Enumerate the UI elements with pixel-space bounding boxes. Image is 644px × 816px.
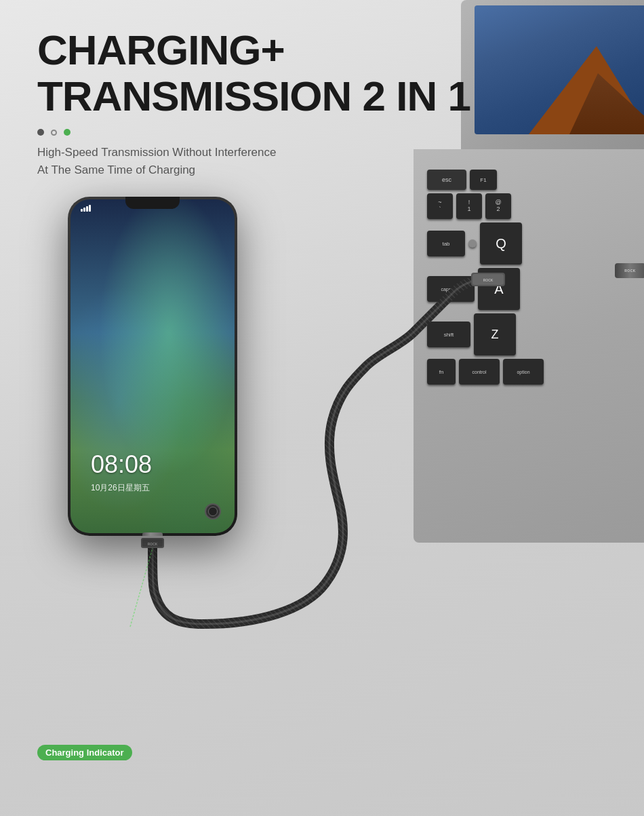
key-tab: tab [427, 231, 465, 256]
title-line1: CHARGING+ [37, 27, 470, 73]
phone-body: 08:08 10月26日星期五 ROCK [68, 197, 237, 536]
subtitle: High-Speed Transmission Without Interfer… [37, 144, 470, 178]
main-title: CHARGING+ TRANSMISSION 2 IN 1 [37, 27, 470, 119]
subtitle-line2: At The Same Time of Charging [37, 161, 470, 179]
svg-rect-3 [142, 539, 163, 547]
connector-brand-label: ROCK [624, 269, 636, 273]
title-line2: TRANSMISSION 2 IN 1 [37, 73, 470, 119]
keyboard-keys: esc F1 ~` !1 @2 tab [427, 170, 644, 385]
phone-date: 10月26日星期五 [91, 482, 150, 494]
key-row-6: fn control option [427, 359, 644, 385]
svg-text:ROCK: ROCK [148, 542, 158, 546]
key-row-3: tab Q [427, 222, 644, 265]
dot-3 [64, 129, 71, 136]
dot-1 [37, 129, 44, 136]
key-shift: shift [427, 322, 470, 347]
key-row-5: shift Z [427, 313, 644, 355]
svg-rect-2 [141, 538, 164, 548]
key-row-4: caps lock A [427, 268, 644, 310]
key-f1: F1 [470, 170, 497, 190]
laptop-usb-connector: ROCK [615, 263, 644, 278]
phone-time: 08:08 [91, 450, 152, 479]
key-fn: fn [427, 359, 456, 385]
laptop-keyboard-area: esc F1 ~` !1 @2 tab [414, 149, 644, 543]
key-tilde: ~` [427, 193, 453, 219]
key-caps-lock: caps lock [427, 276, 475, 302]
charging-indicator: Charging Indicator [37, 745, 132, 760]
header-text-area: CHARGING+ TRANSMISSION 2 IN 1 High-Speed… [37, 27, 470, 178]
screen-mountain [475, 39, 644, 134]
phone-signal-bars [81, 205, 91, 212]
key-a: A [478, 268, 520, 310]
subtitle-line1: High-Speed Transmission Without Interfer… [37, 144, 470, 161]
signal-bar-4 [89, 205, 91, 212]
charging-indicator-badge: Charging Indicator [37, 745, 132, 760]
laptop-screen-inner [475, 5, 644, 134]
page-container: CHARGING+ TRANSMISSION 2 IN 1 High-Speed… [0, 0, 644, 816]
signal-bar-1 [81, 209, 83, 212]
dots-row [37, 129, 470, 136]
key-q: Q [480, 222, 522, 265]
phone-usb-connector: ROCK [142, 532, 163, 536]
key-dot [468, 239, 477, 248]
phone-notch [125, 197, 180, 209]
phone-screen: 08:08 10月26日星期五 [71, 199, 235, 533]
dot-2 [51, 130, 57, 136]
phone-camera-icon [205, 503, 221, 520]
key-row-2: ~` !1 @2 [427, 193, 644, 219]
key-option: option [503, 359, 544, 385]
signal-bar-2 [83, 208, 85, 212]
laptop-screen [461, 0, 644, 149]
phone-container: 08:08 10月26日星期五 ROCK [68, 197, 237, 536]
key-control: control [459, 359, 500, 385]
key-1: !1 [456, 193, 482, 219]
key-z: Z [474, 313, 516, 355]
signal-bar-3 [86, 206, 88, 212]
key-2: @2 [485, 193, 511, 219]
svg-line-8 [130, 548, 153, 627]
